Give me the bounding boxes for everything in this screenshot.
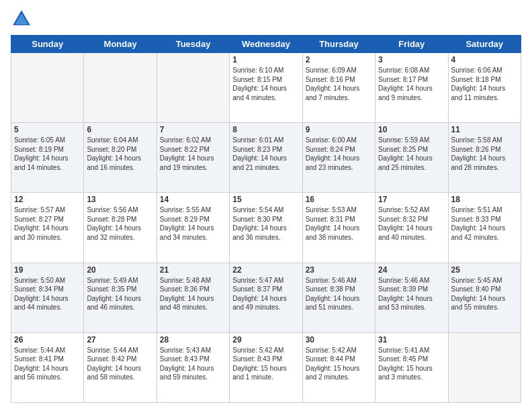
cell-content: Sunrise: 5:44 AM Sunset: 8:41 PM Dayligh… — [14, 346, 81, 382]
calendar-cell: 4Sunrise: 6:06 AM Sunset: 8:18 PM Daylig… — [448, 53, 521, 123]
cell-content: Sunrise: 6:08 AM Sunset: 8:17 PM Dayligh… — [378, 66, 445, 102]
calendar-cell: 31Sunrise: 5:41 AM Sunset: 8:45 PM Dayli… — [375, 332, 448, 402]
calendar-week-4: 26Sunrise: 5:44 AM Sunset: 8:41 PM Dayli… — [11, 332, 521, 402]
day-header-monday: Monday — [84, 36, 157, 53]
calendar-cell — [11, 53, 84, 123]
calendar-cell: 1Sunrise: 6:10 AM Sunset: 8:15 PM Daylig… — [230, 53, 302, 123]
cell-content: Sunrise: 5:57 AM Sunset: 8:27 PM Dayligh… — [14, 205, 81, 242]
calendar-cell: 9Sunrise: 6:00 AM Sunset: 8:24 PM Daylig… — [302, 123, 375, 193]
cell-content: Sunrise: 5:59 AM Sunset: 8:25 PM Dayligh… — [378, 136, 445, 172]
day-header-friday: Friday — [375, 36, 448, 53]
cell-content: Sunrise: 5:42 AM Sunset: 8:44 PM Dayligh… — [306, 346, 372, 382]
day-number: 4 — [451, 55, 518, 64]
day-number: 2 — [306, 55, 372, 64]
calendar-cell: 22Sunrise: 5:47 AM Sunset: 8:37 PM Dayli… — [230, 263, 302, 332]
calendar-week-0: 1Sunrise: 6:10 AM Sunset: 8:15 PM Daylig… — [11, 53, 521, 123]
day-number: 13 — [87, 195, 153, 204]
day-number: 12 — [14, 195, 81, 204]
day-number: 15 — [232, 195, 299, 204]
calendar-cell: 10Sunrise: 5:59 AM Sunset: 8:25 PM Dayli… — [375, 123, 448, 193]
cell-content: Sunrise: 6:00 AM Sunset: 8:24 PM Dayligh… — [306, 136, 372, 172]
calendar-cell: 11Sunrise: 5:58 AM Sunset: 8:26 PM Dayli… — [448, 123, 521, 193]
day-number: 25 — [451, 265, 518, 275]
calendar-cell: 30Sunrise: 5:42 AM Sunset: 8:44 PM Dayli… — [302, 332, 375, 402]
calendar-cell: 15Sunrise: 5:54 AM Sunset: 8:30 PM Dayli… — [230, 193, 302, 263]
day-number: 14 — [160, 195, 226, 204]
page: SundayMondayTuesdayWednesdayThursdayFrid… — [0, 0, 532, 411]
calendar-cell: 24Sunrise: 5:46 AM Sunset: 8:39 PM Dayli… — [375, 263, 448, 332]
cell-content: Sunrise: 6:01 AM Sunset: 8:23 PM Dayligh… — [232, 136, 299, 172]
day-number: 1 — [232, 55, 299, 64]
day-number: 18 — [451, 195, 518, 204]
calendar-cell: 29Sunrise: 5:42 AM Sunset: 8:43 PM Dayli… — [230, 332, 302, 402]
cell-content: Sunrise: 5:45 AM Sunset: 8:40 PM Dayligh… — [451, 276, 518, 312]
calendar-cell: 26Sunrise: 5:44 AM Sunset: 8:41 PM Dayli… — [11, 332, 84, 402]
cell-content: Sunrise: 5:46 AM Sunset: 8:39 PM Dayligh… — [378, 276, 445, 312]
day-number: 16 — [306, 195, 372, 204]
day-number: 11 — [451, 125, 518, 134]
header — [11, 8, 521, 30]
day-number: 3 — [378, 55, 445, 64]
calendar-cell — [84, 53, 157, 123]
day-header-thursday: Thursday — [302, 36, 375, 53]
calendar-table: SundayMondayTuesdayWednesdayThursdayFrid… — [11, 35, 521, 403]
cell-content: Sunrise: 5:53 AM Sunset: 8:31 PM Dayligh… — [306, 205, 372, 242]
cell-content: Sunrise: 6:06 AM Sunset: 8:18 PM Dayligh… — [451, 66, 518, 102]
calendar-cell: 17Sunrise: 5:52 AM Sunset: 8:32 PM Dayli… — [375, 193, 448, 263]
calendar-cell — [157, 53, 229, 123]
calendar-cell: 20Sunrise: 5:49 AM Sunset: 8:35 PM Dayli… — [84, 263, 157, 332]
day-number: 26 — [14, 335, 81, 345]
cell-content: Sunrise: 5:50 AM Sunset: 8:34 PM Dayligh… — [14, 276, 81, 312]
calendar-cell: 14Sunrise: 5:55 AM Sunset: 8:29 PM Dayli… — [157, 193, 229, 263]
day-number: 21 — [160, 265, 226, 275]
day-header-saturday: Saturday — [448, 36, 521, 53]
cell-content: Sunrise: 5:43 AM Sunset: 8:43 PM Dayligh… — [160, 346, 226, 382]
calendar-cell: 2Sunrise: 6:09 AM Sunset: 8:16 PM Daylig… — [302, 53, 375, 123]
cell-content: Sunrise: 5:58 AM Sunset: 8:26 PM Dayligh… — [451, 136, 518, 172]
day-number: 23 — [306, 265, 372, 275]
calendar-cell: 18Sunrise: 5:51 AM Sunset: 8:33 PM Dayli… — [448, 193, 521, 263]
cell-content: Sunrise: 5:51 AM Sunset: 8:33 PM Dayligh… — [451, 205, 518, 242]
day-number: 24 — [378, 265, 445, 275]
days-header-row: SundayMondayTuesdayWednesdayThursdayFrid… — [11, 36, 521, 53]
cell-content: Sunrise: 5:56 AM Sunset: 8:28 PM Dayligh… — [87, 205, 153, 242]
calendar-cell: 12Sunrise: 5:57 AM Sunset: 8:27 PM Dayli… — [11, 193, 84, 263]
day-number: 17 — [378, 195, 445, 204]
logo — [11, 8, 35, 30]
day-number: 22 — [232, 265, 299, 275]
day-number: 10 — [378, 125, 445, 134]
day-header-sunday: Sunday — [11, 36, 84, 53]
day-number: 7 — [160, 125, 226, 134]
cell-content: Sunrise: 5:47 AM Sunset: 8:37 PM Dayligh… — [232, 276, 299, 312]
calendar-cell: 25Sunrise: 5:45 AM Sunset: 8:40 PM Dayli… — [448, 263, 521, 332]
day-number: 5 — [14, 125, 81, 134]
calendar-cell: 16Sunrise: 5:53 AM Sunset: 8:31 PM Dayli… — [302, 193, 375, 263]
day-header-tuesday: Tuesday — [157, 36, 229, 53]
cell-content: Sunrise: 6:04 AM Sunset: 8:20 PM Dayligh… — [87, 136, 153, 172]
day-number: 19 — [14, 265, 81, 275]
cell-content: Sunrise: 5:44 AM Sunset: 8:42 PM Dayligh… — [87, 346, 153, 382]
cell-content: Sunrise: 6:09 AM Sunset: 8:16 PM Dayligh… — [306, 66, 372, 102]
cell-content: Sunrise: 5:52 AM Sunset: 8:32 PM Dayligh… — [378, 205, 445, 242]
calendar-cell: 5Sunrise: 6:05 AM Sunset: 8:19 PM Daylig… — [11, 123, 84, 193]
day-number: 30 — [306, 335, 372, 345]
day-number: 8 — [232, 125, 299, 134]
calendar-cell: 3Sunrise: 6:08 AM Sunset: 8:17 PM Daylig… — [375, 53, 448, 123]
day-header-wednesday: Wednesday — [230, 36, 302, 53]
calendar-cell: 13Sunrise: 5:56 AM Sunset: 8:28 PM Dayli… — [84, 193, 157, 263]
cell-content: Sunrise: 6:05 AM Sunset: 8:19 PM Dayligh… — [14, 136, 81, 172]
calendar-cell: 19Sunrise: 5:50 AM Sunset: 8:34 PM Dayli… — [11, 263, 84, 332]
cell-content: Sunrise: 5:46 AM Sunset: 8:38 PM Dayligh… — [306, 276, 372, 312]
cell-content: Sunrise: 5:55 AM Sunset: 8:29 PM Dayligh… — [160, 205, 226, 242]
calendar-cell: 27Sunrise: 5:44 AM Sunset: 8:42 PM Dayli… — [84, 332, 157, 402]
calendar-cell: 28Sunrise: 5:43 AM Sunset: 8:43 PM Dayli… — [157, 332, 229, 402]
calendar-week-2: 12Sunrise: 5:57 AM Sunset: 8:27 PM Dayli… — [11, 193, 521, 263]
day-number: 6 — [87, 125, 153, 134]
day-number: 29 — [232, 335, 299, 345]
day-number: 27 — [87, 335, 153, 345]
calendar-cell: 8Sunrise: 6:01 AM Sunset: 8:23 PM Daylig… — [230, 123, 302, 193]
cell-content: Sunrise: 5:41 AM Sunset: 8:45 PM Dayligh… — [378, 346, 445, 382]
calendar-cell: 23Sunrise: 5:46 AM Sunset: 8:38 PM Dayli… — [302, 263, 375, 332]
calendar-cell: 21Sunrise: 5:48 AM Sunset: 8:36 PM Dayli… — [157, 263, 229, 332]
logo-icon — [11, 8, 32, 30]
